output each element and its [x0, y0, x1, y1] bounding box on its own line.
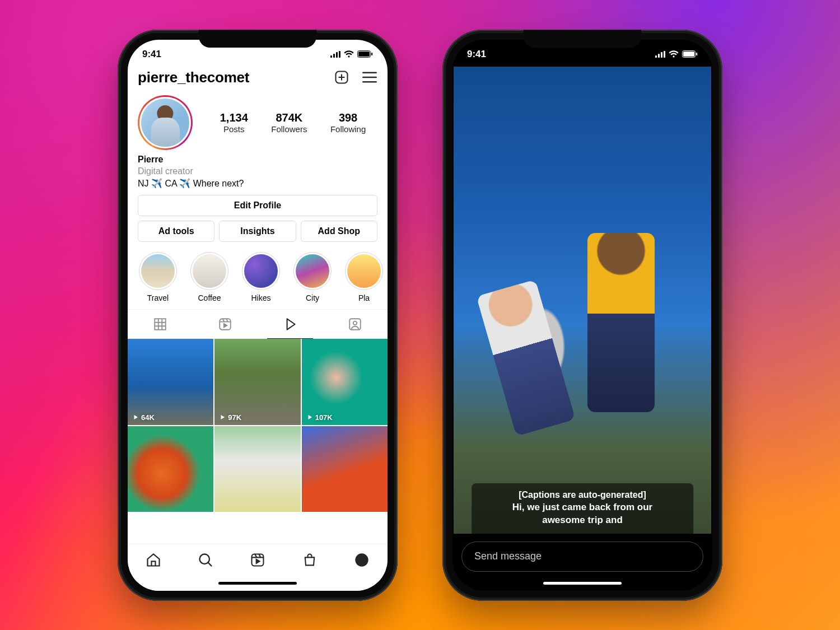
- nav-search[interactable]: [180, 544, 232, 576]
- profile-category: Digital creator: [138, 165, 377, 178]
- highlight-label: Travel: [147, 293, 169, 302]
- profile-header: pierre_thecomet: [128, 67, 388, 87]
- home-indicator[interactable]: [128, 576, 388, 591]
- phone-left-profile: 9:41 pierre_thecomet: [118, 30, 398, 601]
- svg-rect-13: [696, 53, 697, 55]
- profile-info-row: 1,134 Posts 874K Followers 398 Following: [128, 87, 388, 152]
- wifi-icon: [344, 50, 354, 58]
- profile-username[interactable]: pierre_thecomet: [138, 69, 249, 86]
- video-grid: 64K 97K 107K: [128, 339, 388, 512]
- grid-item[interactable]: [214, 426, 300, 512]
- view-count: 64K: [132, 413, 155, 422]
- svg-rect-1: [358, 52, 370, 57]
- avatar-image: [139, 97, 191, 148]
- status-right: [655, 50, 698, 58]
- highlight-coffee[interactable]: Coffee: [189, 252, 230, 302]
- grid-item[interactable]: [302, 426, 388, 512]
- tab-video[interactable]: [258, 310, 323, 339]
- svg-point-7: [353, 321, 357, 325]
- nav-home[interactable]: [128, 544, 180, 576]
- stat-followers[interactable]: 874K Followers: [271, 111, 307, 134]
- send-message-input[interactable]: Send message: [461, 542, 703, 572]
- phone-notch: [524, 30, 641, 48]
- stat-followers-label: Followers: [271, 124, 307, 134]
- stat-posts-value: 1,134: [220, 111, 248, 124]
- hamburger-menu-button[interactable]: [362, 71, 377, 83]
- highlight-label: Hikes: [251, 293, 270, 302]
- bottom-nav: [128, 544, 388, 576]
- wifi-icon: [669, 50, 679, 58]
- nav-shop[interactable]: [283, 544, 335, 576]
- highlight-label: Coffee: [198, 293, 221, 302]
- view-count: 107K: [306, 413, 333, 422]
- stat-posts-label: Posts: [220, 124, 248, 134]
- highlight-label: City: [306, 293, 319, 302]
- home-indicator[interactable]: [452, 576, 712, 591]
- grid-item[interactable]: 97K: [214, 339, 300, 424]
- video-subject: [587, 233, 655, 412]
- profile-stats: 1,134 Posts 874K Followers 398 Following: [208, 111, 377, 134]
- profile-bio-text: NJ ✈️ CA ✈️ Where next?: [138, 178, 377, 190]
- highlight-label: Pla: [358, 293, 370, 302]
- header-icons: [334, 69, 377, 85]
- video-player[interactable]: [Captions are auto-generated] Hi, we jus…: [454, 67, 711, 534]
- stat-followers-value: 874K: [271, 111, 307, 124]
- battery-icon: [682, 50, 698, 58]
- view-count: 97K: [219, 413, 241, 422]
- business-buttons-row: Ad tools Insights Add Shop: [128, 221, 388, 246]
- phone-right-video: 9:41 [Captions are auto-generated] Hi, w…: [442, 30, 722, 601]
- highlights-tray[interactable]: Travel Coffee Hikes City Pla: [128, 246, 388, 309]
- cellular-icon: [655, 51, 665, 58]
- tab-reels[interactable]: [193, 310, 258, 339]
- cellular-icon: [330, 51, 340, 58]
- stat-following-label: Following: [330, 124, 366, 134]
- grid-item[interactable]: [128, 426, 213, 512]
- status-time: 9:41: [467, 49, 486, 60]
- message-placeholder: Send message: [474, 550, 542, 562]
- stat-following-value: 398: [330, 111, 366, 124]
- caption-tag: [Captions are auto-generated]: [479, 489, 685, 501]
- status-time: 9:41: [142, 49, 161, 60]
- svg-rect-6: [349, 319, 361, 330]
- profile-bio: Pierre Digital creator NJ ✈️ CA ✈️ Where…: [128, 152, 388, 195]
- profile-avatar[interactable]: [138, 95, 193, 150]
- video-caption: [Captions are auto-generated] Hi, we jus…: [472, 483, 693, 533]
- caption-line: awesome trip and: [542, 515, 623, 525]
- nav-reels[interactable]: [232, 544, 284, 576]
- battery-icon: [357, 50, 373, 58]
- phone-notch: [199, 30, 316, 48]
- tab-tagged[interactable]: [323, 310, 388, 339]
- edit-profile-button[interactable]: Edit Profile: [138, 195, 377, 216]
- status-right: [330, 50, 373, 58]
- tab-grid[interactable]: [128, 310, 193, 339]
- svg-rect-2: [371, 53, 372, 55]
- create-post-button[interactable]: [334, 69, 349, 85]
- svg-point-10: [355, 553, 368, 566]
- profile-tabs: [128, 309, 388, 339]
- profile-display-name: Pierre: [138, 153, 377, 166]
- stat-following[interactable]: 398 Following: [330, 111, 366, 134]
- nav-profile[interactable]: [335, 544, 388, 576]
- insights-button[interactable]: Insights: [219, 221, 296, 242]
- highlight-extra[interactable]: Pla: [344, 252, 384, 302]
- svg-rect-4: [155, 319, 166, 330]
- highlight-city[interactable]: City: [292, 252, 333, 302]
- screen-video: 9:41 [Captions are auto-generated] Hi, w…: [452, 40, 712, 591]
- screen-profile: 9:41 pierre_thecomet: [128, 40, 388, 591]
- caption-line: Hi, we just came back from our: [512, 502, 652, 512]
- video-subject: [476, 279, 575, 436]
- edit-profile-row: Edit Profile: [128, 195, 388, 221]
- stat-posts[interactable]: 1,134 Posts: [220, 111, 248, 134]
- highlight-travel[interactable]: Travel: [138, 252, 178, 302]
- add-shop-button[interactable]: Add Shop: [301, 221, 377, 242]
- ad-tools-button[interactable]: Ad tools: [138, 221, 214, 242]
- grid-item[interactable]: 107K: [302, 339, 388, 424]
- svg-rect-12: [683, 52, 694, 57]
- highlight-hikes[interactable]: Hikes: [241, 252, 281, 302]
- grid-item[interactable]: 64K: [128, 339, 213, 424]
